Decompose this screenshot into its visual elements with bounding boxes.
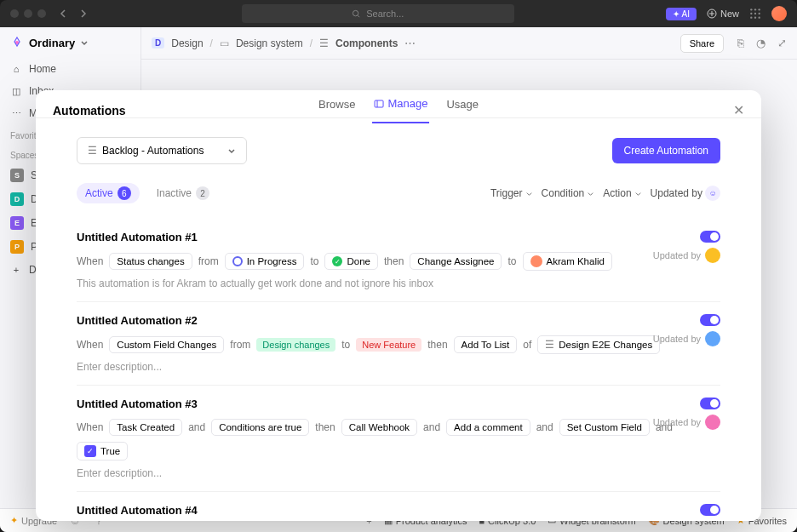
tab-usage[interactable]: Usage (444, 97, 480, 123)
nav-forward[interactable] (75, 6, 90, 21)
avatar (705, 248, 720, 263)
user-avatar[interactable] (771, 6, 787, 21)
toggle-switch[interactable] (700, 398, 720, 409)
avatar (705, 331, 720, 346)
rule-part: and (423, 421, 440, 433)
manage-icon (374, 99, 384, 109)
automations-modal: Automations Browse Manage Usage ✕ ☰ Back… (36, 90, 761, 521)
list-icon: ☰ (88, 145, 97, 157)
rule-part: to (310, 255, 318, 267)
scope-selector[interactable]: ☰ Backlog - Automations (77, 137, 247, 164)
search-input[interactable]: Search... (242, 4, 514, 23)
rule-part: Set Custom Field (559, 419, 650, 436)
automation-item[interactable]: Untitled Automation #4WhenStatus changes… (77, 492, 720, 521)
automation-title: Untitled Automation #4 (77, 504, 720, 517)
space-badge: D (152, 37, 164, 49)
filter-action[interactable]: Action (603, 187, 641, 199)
copy-icon[interactable]: ⎘ (737, 37, 744, 49)
rule-part: from (198, 255, 219, 267)
filter-condition[interactable]: Condition (542, 187, 595, 199)
create-automation-button[interactable]: Create Automation (612, 138, 720, 163)
bc-list[interactable]: Components (335, 37, 398, 49)
rule-part: Design changes (256, 338, 335, 352)
svg-rect-12 (375, 100, 383, 107)
chevron-down-icon (227, 146, 236, 155)
rule-part: from (230, 339, 250, 351)
rule-part: Add a comment (446, 419, 530, 436)
inbox-icon: ◫ (10, 85, 22, 97)
rule-part: Custom Field Changes (109, 336, 224, 353)
workspace-selector[interactable]: Ordinary (0, 27, 140, 58)
automation-description: Enter description... (77, 361, 720, 373)
tab-manage[interactable]: Manage (372, 97, 429, 123)
bell-icon[interactable]: ◔ (756, 37, 765, 49)
svg-point-5 (750, 13, 752, 14)
automation-title: Untitled Automation #2 (77, 314, 720, 327)
rule-part: In Progress (225, 253, 305, 270)
close-button[interactable]: ✕ (733, 102, 744, 118)
modal-title: Automations (53, 104, 126, 117)
automation-rule: WhenCustom Field ChangesfromDesign chang… (77, 335, 720, 354)
bc-folder[interactable]: Design system (236, 37, 303, 49)
automation-description: Enter description... (77, 467, 720, 479)
avatar-icon: ☺ (705, 186, 720, 201)
svg-point-7 (759, 13, 760, 14)
folder-icon: ▭ (220, 37, 229, 49)
breadcrumb: D Design / ▭ Design system / ☰ Component… (141, 27, 797, 60)
automation-item[interactable]: Untitled Automation #3WhenTask Createdan… (77, 386, 720, 492)
new-button[interactable]: New (707, 9, 739, 19)
filter-active[interactable]: Active 6 (77, 183, 140, 203)
sidebar-home[interactable]: ⌂Home (0, 58, 140, 80)
automation-title: Untitled Automation #1 (77, 231, 720, 243)
automation-item[interactable]: Untitled Automation #1WhenStatus changes… (77, 219, 720, 302)
rule-part: then (427, 339, 447, 351)
rule-part: and (188, 421, 205, 433)
updated-by: Updated by (653, 248, 720, 263)
bc-space[interactable]: Design (171, 37, 203, 49)
svg-point-9 (754, 17, 756, 19)
rule-part: When (77, 255, 103, 267)
updated-by: Updated by (653, 331, 720, 346)
updated-by: Updated by (653, 415, 720, 430)
share-button[interactable]: Share (680, 34, 724, 53)
rule-part: Call Webhook (341, 419, 417, 436)
svg-point-2 (750, 9, 752, 10)
space-badge: D (10, 192, 24, 206)
rule-part: Status changes (109, 253, 192, 270)
filter-updated-by[interactable]: Updated by ☺ (651, 186, 720, 201)
search-icon (352, 9, 361, 19)
rule-part: New Feature (356, 338, 421, 352)
list-icon: ☰ (319, 37, 329, 49)
search-placeholder: Search... (366, 9, 404, 19)
rule-part: to (507, 255, 516, 267)
toggle-switch[interactable] (700, 504, 720, 516)
automation-item[interactable]: Untitled Automation #2WhenCustom Field C… (77, 302, 720, 386)
exit-icon[interactable]: ⤢ (777, 37, 787, 49)
space-badge: E (10, 216, 24, 230)
toggle-switch[interactable] (700, 314, 720, 326)
more-icon: ⋯ (10, 107, 22, 119)
svg-point-8 (750, 17, 752, 19)
chevron-down-icon (80, 38, 89, 47)
filter-inactive[interactable]: Inactive 2 (148, 183, 218, 203)
rule-part: of (523, 339, 531, 351)
automation-description: This automation is for Akram to actually… (77, 277, 720, 289)
rule-part: then (315, 421, 335, 433)
filter-trigger[interactable]: Trigger (490, 187, 533, 199)
window-controls[interactable] (10, 9, 46, 18)
rule-part: When (77, 339, 103, 351)
rule-part: Add To List (454, 336, 518, 353)
automation-rule: WhenStatus changesfromIn Progressto✓Done… (77, 252, 720, 271)
rule-part: Conditions are true (211, 419, 309, 436)
ai-button[interactable]: ✦ AI (666, 8, 697, 20)
tab-browse[interactable]: Browse (317, 97, 357, 123)
plus-circle-icon (707, 9, 717, 19)
rule-part: ☰Design E2E Changes (537, 335, 660, 354)
more-icon[interactable]: ⋯ (404, 37, 416, 49)
toggle-switch[interactable] (700, 231, 720, 243)
rule-part: Change Assignee (410, 253, 502, 270)
apps-icon[interactable] (749, 8, 761, 20)
rule-part: ✓True (77, 442, 128, 460)
svg-point-6 (754, 13, 756, 14)
nav-back[interactable] (56, 6, 72, 21)
